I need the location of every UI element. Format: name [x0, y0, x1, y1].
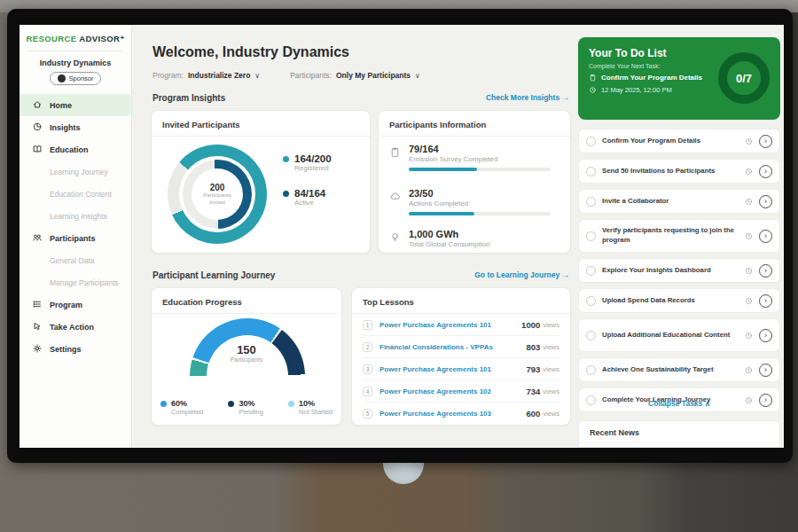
- recent-news-card: Recent News: [578, 420, 780, 448]
- chevron-right-button[interactable]: ›: [759, 329, 772, 342]
- sidebar-item-settings[interactable]: Settings: [20, 338, 131, 360]
- lesson-link[interactable]: Power Purchase Agreements 101: [379, 321, 521, 329]
- app-logo: RESOURCE ADVISOR+: [20, 25, 131, 43]
- chevron-right-button[interactable]: ›: [759, 230, 772, 243]
- sidebar-item-insights[interactable]: Insights: [20, 116, 131, 138]
- sponsor-badge[interactable]: Sponsor: [50, 72, 101, 85]
- checkbox-circle[interactable]: [586, 197, 596, 207]
- sidebar-item-label: Program: [50, 301, 82, 309]
- lesson-row[interactable]: 4 Power Purchase Agreements 102 734 view…: [363, 380, 559, 403]
- invited-donut-chart: 200 Participants Invited: [168, 145, 267, 244]
- sidebar: RESOURCE ADVISOR+ Industry Dynamics Spon…: [20, 25, 132, 448]
- sidebar-item-education-content[interactable]: Education Content: [20, 183, 131, 205]
- insights-icon: [32, 121, 43, 134]
- sidebar-item-learning-journey[interactable]: Learning Journey: [20, 160, 131, 183]
- chevron-right-button[interactable]: ›: [759, 264, 772, 278]
- card-title: Participants Information: [379, 111, 570, 137]
- todo-item-label: Explore Your Insights Dashboard: [602, 266, 739, 276]
- info-label: Total Global Consumption: [409, 240, 490, 248]
- logo-advisor: ADVISOR: [79, 34, 120, 43]
- sidebar-item-manage-participants[interactable]: Manage Participants: [20, 271, 131, 293]
- lesson-row[interactable]: 3 Power Purchase Agreements 101 793 view…: [363, 358, 559, 380]
- checkbox-circle[interactable]: [586, 365, 596, 375]
- chevron-right-button[interactable]: ›: [759, 135, 772, 148]
- todo-item[interactable]: Upload Spend Data Records ›: [578, 288, 780, 313]
- filter-bar: Program: Industrialize Zero ∨ Participan…: [153, 71, 420, 80]
- lesson-row[interactable]: 5 Power Purchase Agreements 103 600 view…: [363, 403, 559, 425]
- sidebar-item-label: Education: [50, 145, 89, 154]
- todo-progress-ring: 0/7: [718, 52, 770, 104]
- sidebar-item-participants[interactable]: Participants: [20, 227, 131, 249]
- checkbox-circle[interactable]: [586, 331, 596, 340]
- participants-filter-label: Participants:: [290, 71, 332, 80]
- program-filter[interactable]: Program: Industrialize Zero ∨: [153, 71, 260, 80]
- sidebar-item-education[interactable]: Education: [20, 138, 131, 160]
- sidebar-item-program[interactable]: Program: [20, 293, 131, 316]
- sidebar-item-label: Settings: [50, 345, 82, 354]
- todo-item[interactable]: Confirm Your Program Details ›: [578, 129, 780, 153]
- go-to-learning-journey-link[interactable]: Go to Learning Journey →: [474, 270, 569, 280]
- participants-filter[interactable]: Participants: Only My Participants ∨: [290, 71, 420, 80]
- education-progress-card: Education Progress 150 Participants 60% …: [151, 287, 342, 426]
- collapse-label: Collapse Tasks: [648, 399, 702, 408]
- sidebar-item-learning-insights[interactable]: Learning Insights: [20, 205, 131, 227]
- legend-label: Active: [294, 199, 325, 207]
- chevron-right-button[interactable]: ›: [759, 165, 772, 178]
- lesson-views: 734: [526, 387, 540, 396]
- sidebar-item-label: General Data: [50, 256, 95, 265]
- todo-item[interactable]: Explore Your Insights Dashboard ›: [578, 258, 780, 283]
- sidebar-item-label: Learning Journey: [50, 168, 108, 176]
- recent-news-title: Recent News: [579, 421, 779, 443]
- info-label: Emission Survey Completed: [409, 155, 551, 163]
- legend-value: 164/200: [294, 153, 332, 164]
- legend-value: 60%: [171, 399, 203, 408]
- participants-filter-value: Only My Participants: [336, 71, 411, 80]
- sidebar-item-label: Manage Participants: [50, 278, 119, 287]
- org-name: Industry Dynamics: [20, 59, 131, 67]
- sidebar-item-general-data[interactable]: General Data: [20, 249, 131, 271]
- lesson-link[interactable]: Power Purchase Agreements 103: [379, 410, 526, 418]
- todo-item[interactable]: Invite a Collaborator ›: [578, 189, 780, 214]
- page-title: Welcome, Industry Dynamics: [153, 44, 349, 60]
- todo-column: Your To Do List Complete Your Next Task:…: [578, 25, 780, 448]
- progress-bar: [409, 168, 551, 171]
- lesson-row[interactable]: 1 Power Purchase Agreements 101 1000 vie…: [363, 314, 559, 336]
- legend-dot: [160, 401, 167, 407]
- collapse-tasks-link[interactable]: Collapse Tasks ∧: [578, 399, 780, 408]
- sidebar-item-home[interactable]: Home: [20, 94, 131, 116]
- lesson-views-suffix: views: [543, 321, 559, 329]
- checkbox-circle[interactable]: [586, 231, 596, 241]
- todo-due-label: 12 May 2025, 12:00 PM: [601, 86, 672, 94]
- lesson-link[interactable]: Power Purchase Agreements 102: [379, 387, 526, 395]
- check-more-insights-link[interactable]: Check More Insights →: [486, 93, 569, 103]
- info-row-survey: 79/164 Emission Survey Completed: [389, 144, 551, 171]
- chevron-right-button[interactable]: ›: [759, 364, 772, 377]
- lesson-link[interactable]: Power Purchase Agreements 101: [379, 365, 526, 373]
- checkbox-circle[interactable]: [586, 296, 596, 306]
- lesson-rank: 1: [363, 320, 372, 330]
- todo-item[interactable]: Achieve One Sustainability Target ›: [578, 357, 780, 382]
- sidebar-item-take-action[interactable]: Take Action: [20, 316, 131, 338]
- todo-item[interactable]: Verify participants requesting to join t…: [578, 219, 780, 253]
- checkbox-circle[interactable]: [586, 167, 596, 176]
- arrow-right-icon: →: [562, 270, 570, 279]
- legend-dot: [288, 401, 294, 407]
- lesson-link[interactable]: Financial Considerations - VPPAs: [379, 343, 526, 351]
- info-row-actions: 23/50 Actions Completed: [389, 188, 551, 215]
- take-action-icon: [32, 321, 43, 333]
- donut-legend: 164/200 Registered 84/164 Active: [283, 153, 332, 207]
- clock-icon: [745, 163, 753, 179]
- lesson-views: 793: [526, 364, 540, 374]
- clock-icon: [745, 262, 753, 278]
- sidebar-item-label: Learning Insights: [50, 212, 107, 221]
- chevron-right-button[interactable]: ›: [759, 294, 772, 308]
- legend-value: 84/164: [294, 188, 325, 199]
- todo-item[interactable]: Send 50 Invitations to Participants ›: [578, 159, 780, 184]
- legend-label: Registered: [294, 164, 332, 172]
- todo-item[interactable]: Upload Additional Educational Content ›: [578, 318, 780, 352]
- checkbox-circle[interactable]: [586, 266, 596, 276]
- todo-progress-value: 0/7: [736, 72, 752, 85]
- lesson-row[interactable]: 2 Financial Considerations - VPPAs 803 v…: [363, 336, 559, 358]
- checkbox-circle[interactable]: [586, 137, 596, 146]
- chevron-right-button[interactable]: ›: [759, 195, 772, 208]
